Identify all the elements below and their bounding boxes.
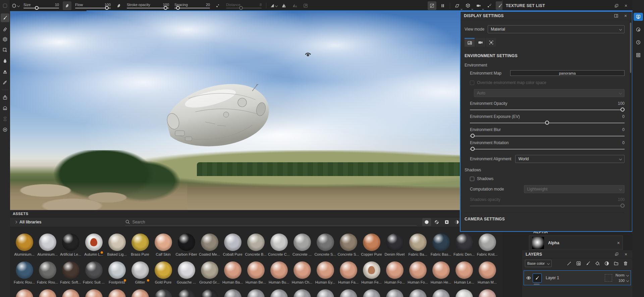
group-folder-icon[interactable] (612, 260, 620, 267)
particle-brush-icon[interactable] (485, 1, 494, 10)
asset-tile[interactable]: Human Ch... (290, 260, 314, 288)
pending-tool[interactable] (1, 115, 9, 123)
viewport-3d[interactable] (10, 11, 502, 210)
fill-layer-icon[interactable] (593, 260, 601, 267)
detach-panel-icon[interactable] (613, 251, 620, 257)
tab-camera[interactable] (475, 38, 485, 47)
env-slider[interactable]: Environment Blur0 (470, 127, 625, 136)
asset-tile[interactable] (406, 288, 429, 297)
bake-tool[interactable] (1, 104, 9, 113)
asset-tile[interactable]: Gold Pure (152, 260, 175, 288)
close-icon[interactable]: × (623, 13, 629, 19)
detach-panel-icon[interactable] (613, 13, 619, 19)
symmetry-icon[interactable] (280, 1, 288, 10)
asset-tile[interactable]: Ground Gr... (198, 260, 221, 288)
layer-visibility-eye-icon[interactable] (526, 275, 533, 281)
asset-tile[interactable]: Calf Skin (152, 232, 175, 260)
flow-slider[interactable]: Flow100 (75, 3, 111, 8)
spacing-slider[interactable]: Spacing20 (174, 3, 210, 8)
asset-tile[interactable] (221, 288, 244, 297)
eraser-tool[interactable] (1, 24, 9, 33)
asset-tile[interactable] (13, 288, 36, 297)
asset-tile[interactable]: Glitter (128, 260, 152, 288)
asset-tile[interactable]: Human Le... (452, 260, 476, 288)
asset-tile[interactable] (128, 288, 152, 297)
asset-tile[interactable]: Fabric Rou... (36, 260, 59, 288)
asset-tile[interactable]: Human Ba... (221, 260, 244, 288)
projection-tool[interactable] (1, 35, 9, 44)
brush-tip-preview-icon[interactable] (63, 1, 71, 10)
asset-tile[interactable]: Concrete S... (314, 232, 337, 260)
asset-tile[interactable]: Human Be... (244, 260, 267, 288)
asset-tile[interactable]: Footprints (105, 260, 128, 288)
blend-mode-dropdown[interactable]: Norm (615, 272, 629, 278)
asset-tile[interactable]: Aluminium... (13, 232, 36, 260)
smudge-tool[interactable] (1, 56, 9, 65)
asset-tile[interactable] (82, 288, 105, 297)
projection-plane-icon[interactable] (453, 1, 462, 10)
asset-tile[interactable] (175, 288, 198, 297)
material-picker-tool[interactable] (1, 78, 9, 87)
asset-tile[interactable]: Cobalt Pure (221, 232, 244, 260)
asset-tile[interactable]: Autumn L... (82, 232, 105, 260)
alpha-item[interactable]: Alpha × (529, 236, 623, 250)
asset-tile[interactable] (383, 288, 406, 297)
asset-tile[interactable]: Fabric Bas... (429, 232, 452, 260)
asset-tile[interactable]: Fabric Knit... (476, 232, 499, 260)
asset-tile[interactable]: Coated Me... (198, 232, 221, 260)
asset-tile[interactable]: Human Fe... (360, 260, 383, 288)
detach-panel-icon[interactable] (613, 3, 620, 9)
environment-alignment-dropdown[interactable]: World (515, 155, 625, 163)
asset-tile[interactable]: Human Fo... (406, 260, 429, 288)
alphas-filter-icon[interactable] (442, 218, 451, 226)
radial-symmetry-icon[interactable] (290, 1, 299, 10)
asset-tile[interactable]: Aluminium... (36, 232, 59, 260)
asset-tile[interactable]: Concrete S... (337, 232, 360, 260)
history-dock-icon[interactable] (634, 38, 643, 46)
spaceship-model[interactable] (142, 72, 276, 159)
view-mode-dropdown[interactable]: Material (488, 25, 625, 33)
add-effect-wand-icon[interactable] (565, 260, 573, 267)
materials-filter-icon[interactable] (422, 218, 431, 226)
asset-tile[interactable] (59, 288, 82, 297)
asset-tile[interactable] (452, 288, 476, 297)
delete-layer-icon[interactable] (622, 260, 630, 267)
asset-tile[interactable]: Denim Rivet (383, 232, 406, 260)
asset-tile[interactable] (244, 288, 267, 297)
asset-tile[interactable]: Gouache ... (175, 260, 198, 288)
smart-mask-icon[interactable] (603, 260, 611, 267)
env-slider[interactable]: Environment Exposure (EV)0 (470, 114, 625, 123)
asset-tile[interactable]: Artificial Le... (59, 232, 82, 260)
close-icon[interactable]: × (623, 3, 629, 9)
expand-libraries-icon[interactable] (14, 221, 17, 223)
layer-row[interactable]: Layer 1 Norm 100 (524, 270, 631, 285)
paint-brush-tool[interactable] (1, 13, 9, 22)
remove-alpha-icon[interactable]: × (617, 240, 620, 246)
export-tool[interactable] (1, 93, 9, 102)
close-icon[interactable]: × (623, 251, 629, 257)
environment-map-field[interactable]: panorama (510, 70, 625, 76)
asset-tile[interactable]: Fabric Suit ... (82, 260, 105, 288)
layer-opacity-dropdown[interactable]: 100 (619, 278, 629, 283)
asset-tile[interactable] (314, 288, 337, 297)
log-dock-icon[interactable] (634, 51, 643, 59)
channel-selector[interactable]: Base color (525, 260, 552, 267)
lazy-mouse-icon[interactable] (301, 1, 310, 10)
smart-materials-filter-icon[interactable] (432, 218, 441, 226)
tab-environment[interactable] (465, 38, 475, 47)
asset-tile[interactable]: Human Fo... (383, 260, 406, 288)
pause-icon[interactable] (438, 1, 447, 10)
asset-tile[interactable]: Human He... (429, 260, 452, 288)
asset-tile[interactable]: Human Fa... (337, 260, 360, 288)
asset-tile[interactable]: Concrete B... (244, 232, 267, 260)
library-selector[interactable]: All libraries (19, 220, 41, 224)
asset-tile[interactable]: Carbon Fiber (175, 232, 198, 260)
asset-tile[interactable]: Brass Pure (128, 232, 152, 260)
mesh-cube-icon[interactable] (464, 1, 472, 10)
polygon-fill-tool[interactable] (1, 46, 9, 54)
asset-tile[interactable]: Concrete C... (267, 232, 290, 260)
asset-tile[interactable] (290, 288, 314, 297)
render-tool[interactable] (1, 125, 9, 134)
shadows-checkbox[interactable] (470, 177, 474, 181)
clone-stamp-tool[interactable] (1, 67, 9, 76)
